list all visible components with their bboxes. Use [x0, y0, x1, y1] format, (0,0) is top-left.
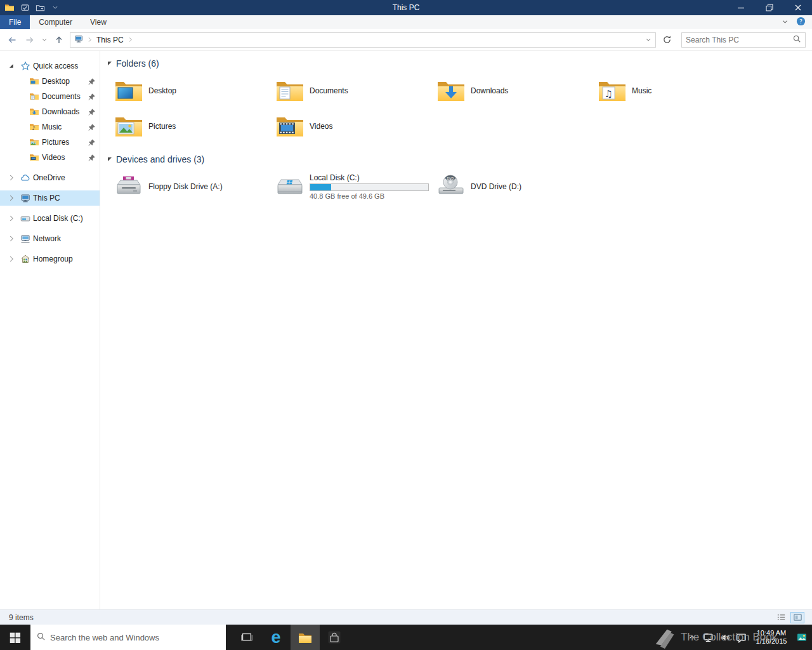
search-input[interactable]: [686, 36, 792, 44]
refresh-button[interactable]: [658, 32, 675, 48]
sidebar-item-onedrive[interactable]: OneDrive: [0, 170, 100, 185]
drive-tile-floppy-a[interactable]: Floppy Disk Drive (A:): [108, 169, 269, 204]
titlebar: This PC: [0, 0, 812, 15]
quick-access-toolbar: [0, 1, 62, 15]
sidebar-item-videos[interactable]: Videos: [0, 150, 100, 165]
up-button[interactable]: [51, 32, 67, 48]
collapsed-chevron-icon[interactable]: [7, 173, 16, 182]
explorer-window: This PC File Computer View ?: [0, 0, 812, 625]
downloads-folder-icon: [29, 107, 39, 117]
help-icon[interactable]: ?: [796, 17, 806, 29]
group-header-folders[interactable]: Folders (6): [108, 57, 812, 70]
window-title: This PC: [0, 3, 812, 12]
taskbar-search-box[interactable]: [30, 625, 226, 650]
svg-text:♪: ♪: [32, 125, 35, 131]
svg-text:♫: ♫: [605, 88, 613, 100]
watermark-logo-icon: [652, 626, 678, 649]
store-button[interactable]: [320, 625, 349, 650]
pictures-folder-icon: [29, 137, 39, 147]
tab-file[interactable]: File: [0, 15, 30, 29]
new-folder-icon[interactable]: [33, 1, 47, 15]
sidebar-item-network[interactable]: Network: [0, 231, 100, 246]
dvd-icon-text: DVD: [447, 176, 454, 180]
collapsed-chevron-icon[interactable]: [7, 234, 16, 243]
file-explorer-button[interactable]: [291, 625, 320, 650]
folder-tile-pictures[interactable]: Pictures: [108, 109, 269, 144]
ribbon-collapse-icon[interactable]: [782, 17, 789, 28]
edge-icon: e: [271, 629, 280, 646]
ribbon-right-controls: ?: [782, 15, 812, 29]
sidebar-item-downloads[interactable]: Downloads: [0, 104, 100, 119]
details-view-icon[interactable]: [774, 612, 788, 623]
network-tray-icon[interactable]: [700, 625, 716, 650]
collapsed-chevron-icon[interactable]: [7, 255, 16, 263]
pictures-folder-icon: [114, 114, 143, 139]
tab-computer[interactable]: Computer: [30, 15, 81, 29]
sidebar-item-local-disk-c[interactable]: Local Disk (C:): [0, 211, 100, 226]
tray-expand-chevron-icon[interactable]: [684, 625, 700, 650]
explorer-app-icon[interactable]: [3, 1, 16, 15]
folder-tile-desktop[interactable]: Desktop: [108, 73, 269, 109]
expanded-chevron-icon[interactable]: [7, 62, 16, 70]
sidebar-item-homegroup[interactable]: Homegroup: [0, 251, 100, 267]
action-center-icon[interactable]: [733, 625, 749, 650]
collapsed-chevron-icon[interactable]: [7, 194, 16, 202]
pin-icon: [88, 108, 96, 116]
taskbar-clock[interactable]: 10:49 AM 1/16/2015: [750, 629, 793, 646]
group-collapse-icon[interactable]: [108, 62, 112, 65]
view-toggles: [774, 612, 804, 623]
videos-folder-icon: [29, 152, 39, 162]
this-pc-icon: [74, 34, 83, 46]
forward-button[interactable]: [22, 32, 38, 48]
minimize-button[interactable]: [726, 0, 755, 15]
group-header-devices[interactable]: Devices and drives (3): [108, 153, 812, 166]
breadcrumb-separator-icon[interactable]: [86, 34, 93, 46]
task-view-button[interactable]: [232, 625, 261, 650]
pin-icon: [88, 138, 96, 147]
address-dropdown-icon[interactable]: [645, 34, 652, 46]
dvd-drive-icon: DVD: [436, 174, 466, 199]
close-button[interactable]: [783, 0, 812, 15]
documents-folder-icon: [29, 91, 39, 102]
pin-icon: [88, 154, 96, 162]
breadcrumb-chevron-icon[interactable]: [127, 34, 134, 46]
folder-tile-videos[interactable]: Videos: [269, 109, 430, 144]
clock-time: 10:49 AM: [750, 629, 793, 637]
sidebar-item-this-pc[interactable]: This PC: [0, 190, 100, 206]
sidebar-item-desktop[interactable]: Desktop: [0, 74, 100, 89]
sidebar-item-documents[interactable]: Documents: [0, 89, 100, 104]
restore-button[interactable]: [755, 0, 783, 15]
qat-dropdown-icon[interactable]: [48, 1, 62, 15]
music-folder-icon: ♪: [29, 122, 39, 132]
capacity-bar-fill: [310, 184, 331, 190]
documents-folder-icon: [275, 78, 304, 103]
collapsed-chevron-icon[interactable]: [7, 214, 16, 223]
group-collapse-icon[interactable]: [108, 157, 112, 161]
folder-tile-downloads[interactable]: Downloads: [430, 73, 591, 109]
sidebar-item-pictures[interactable]: Pictures: [0, 135, 100, 150]
search-icon[interactable]: [792, 34, 801, 46]
tab-view[interactable]: View: [81, 15, 115, 29]
items-view: Folders (6) Desktop: [100, 51, 812, 609]
address-bar[interactable]: This PC: [70, 32, 656, 48]
folder-tile-music[interactable]: ♫ Music: [591, 73, 752, 109]
ribbon-tabs: File Computer View ?: [0, 15, 812, 29]
recent-locations-icon[interactable]: [39, 32, 49, 48]
folder-tile-documents[interactable]: Documents: [269, 73, 430, 109]
drive-tile-local-disk-c[interactable]: Local Disk (C:) 40.8 GB free of 49.6 GB: [269, 169, 430, 204]
search-box[interactable]: [681, 32, 806, 48]
drive-tile-dvd-d[interactable]: DVD DVD Drive (D:): [430, 169, 591, 204]
capacity-text: 40.8 GB free of 49.6 GB: [310, 192, 429, 200]
breadcrumb[interactable]: This PC: [96, 36, 124, 44]
volume-tray-icon[interactable]: [717, 625, 733, 650]
edge-button[interactable]: e: [261, 625, 291, 650]
sidebar-item-music[interactable]: ♪ Music: [0, 119, 100, 135]
sidebar-item-quick-access[interactable]: Quick access: [0, 58, 100, 74]
thumbnails-view-icon[interactable]: [790, 612, 804, 623]
taskbar-search-input[interactable]: [50, 633, 220, 642]
start-button[interactable]: [0, 625, 30, 650]
svg-text:?: ?: [799, 17, 802, 24]
back-button[interactable]: [4, 32, 20, 48]
properties-icon[interactable]: [18, 1, 32, 15]
tile-label: Music: [632, 86, 652, 95]
